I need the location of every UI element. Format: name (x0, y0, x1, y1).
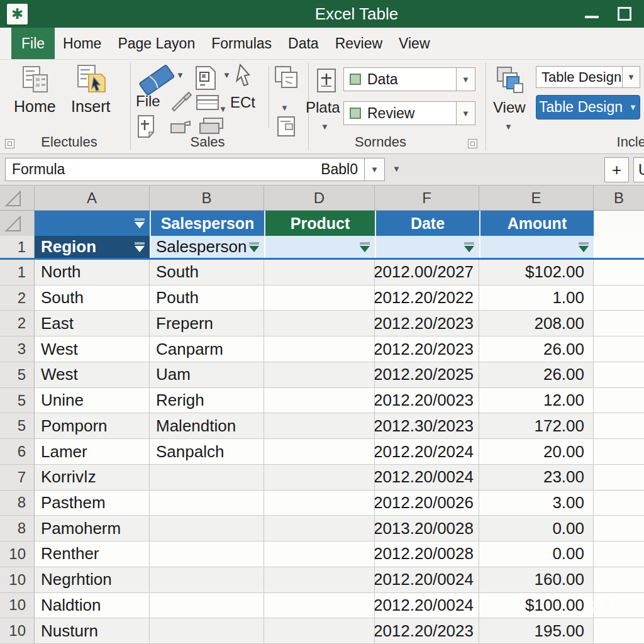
plata-dropdown-arrow[interactable]: ▼ (321, 123, 329, 131)
row-number[interactable]: 5 (0, 388, 35, 413)
dialog-launcher-icon[interactable] (468, 139, 477, 148)
tab-review[interactable]: Review (327, 28, 391, 59)
style-combo-review[interactable]: Review ▼ (343, 101, 475, 125)
cell-product[interactable] (264, 311, 375, 336)
cell-salesperson[interactable] (150, 516, 264, 541)
row-number[interactable]: 2 (0, 286, 35, 311)
cell-amount[interactable]: 0.00 (479, 516, 594, 541)
column-header-1[interactable]: B (150, 186, 264, 210)
cell-extra[interactable] (594, 413, 644, 438)
cell-date[interactable]: 2012.20/0028 (375, 541, 479, 567)
cell-date[interactable]: 2012.20/2023 (375, 311, 479, 336)
dropdown-arrow[interactable]: ▼ (280, 104, 289, 112)
tab-data[interactable]: Data (280, 28, 327, 59)
file-split-button[interactable]: File (136, 92, 160, 110)
page-plus-icon[interactable] (136, 114, 160, 139)
tab-page-layout[interactable]: Page Layon (109, 28, 203, 59)
cell-extra[interactable] (594, 439, 644, 464)
cell-amount[interactable]: 26.00 (479, 336, 594, 362)
header-cell-blank[interactable] (35, 211, 150, 236)
add-button[interactable]: + (604, 157, 629, 182)
cell-product[interactable] (264, 593, 375, 618)
cell-salesperson[interactable]: Uam (150, 362, 264, 387)
filter-icon[interactable] (464, 242, 474, 252)
cell-product[interactable] (264, 336, 375, 362)
row-number[interactable]: 10 (0, 618, 35, 643)
cell-region[interactable]: East (35, 311, 150, 336)
cell-amount[interactable]: 172.00 (479, 413, 594, 438)
stamp-icon[interactable] (169, 118, 194, 135)
cell-amount[interactable]: 20.00 (479, 439, 594, 464)
cell-product[interactable] (264, 516, 375, 541)
cell-salesperson[interactable]: Sanpalch (150, 439, 264, 464)
home-button[interactable]: Home (14, 65, 56, 116)
dropdown-arrow[interactable]: ▼ (219, 105, 227, 113)
cell-extra[interactable] (594, 362, 644, 387)
column-header-2[interactable]: D (264, 186, 375, 210)
cell-amount[interactable]: 195.00 (479, 618, 594, 643)
cell-region[interactable]: West (35, 362, 150, 387)
style-combo-data[interactable]: Data ▼ (343, 67, 475, 91)
cell-date[interactable]: 2012.20/2023 (375, 336, 479, 362)
cell-salesperson[interactable]: Frepern (150, 311, 264, 336)
cell-date[interactable]: 2012.20/0024 (375, 567, 479, 592)
cell-product[interactable] (264, 286, 375, 311)
filter-icon[interactable] (360, 242, 370, 252)
combo-dropdown-arrow[interactable]: ▼ (456, 102, 475, 125)
cell-region[interactable]: North (35, 260, 150, 285)
filter-cell-salesperson[interactable]: Salesperson (150, 236, 264, 258)
cell-salesperson[interactable] (150, 593, 264, 618)
cell-date[interactable]: 2013.20/0028 (375, 516, 479, 541)
view-button[interactable]: View (493, 99, 526, 116)
insert-button[interactable]: Insert (71, 64, 111, 116)
dialog-launcher-icon[interactable] (5, 139, 14, 148)
cell-region[interactable]: Negrhtion (35, 567, 150, 592)
row-number[interactable]: 8 (0, 516, 35, 541)
view-dropdown-arrow[interactable]: ▼ (504, 123, 513, 131)
cell-region[interactable]: Korrivǀz (35, 465, 150, 490)
column-header-0[interactable]: A (35, 186, 150, 210)
header-cell-product[interactable]: Product (264, 211, 375, 236)
cell-date[interactable]: 2012.20/0024 (375, 593, 479, 618)
filter-cell-amount[interactable] (479, 236, 594, 258)
filter-cell-region[interactable]: Region (35, 236, 150, 258)
cell-salesperson[interactable] (150, 541, 264, 567)
cell-salesperson[interactable]: Rerigh (150, 388, 264, 413)
cell-extra[interactable] (594, 311, 644, 336)
formula-input[interactable]: Formula Babl0 ▼ (5, 158, 385, 181)
cell-region[interactable]: West (35, 336, 150, 362)
row-number[interactable]: 6 (0, 439, 35, 464)
plata-icon[interactable] (314, 67, 338, 95)
cell-amount[interactable]: 26.00 (479, 362, 594, 387)
cell-extra[interactable] (594, 541, 644, 567)
cell-salesperson[interactable] (150, 618, 264, 643)
cell-amount[interactable]: 0.00 (479, 541, 594, 567)
cell-product[interactable] (264, 413, 375, 438)
header-cell-date[interactable]: Date (375, 211, 479, 236)
view-icon[interactable] (494, 65, 526, 96)
cell-date[interactable]: 2012.20/0024 (375, 465, 479, 490)
cell-region[interactable]: Naldtion (35, 593, 150, 618)
table-design-combo[interactable]: Table Design ▼ (536, 66, 640, 88)
cell-extra[interactable] (594, 516, 644, 541)
cell-extra[interactable] (594, 465, 644, 490)
filter-icon[interactable] (249, 242, 259, 252)
cell-date[interactable]: 2012.20/2025 (375, 362, 479, 387)
filter-cell-date[interactable] (375, 236, 479, 258)
cell-region[interactable]: Pasthem (35, 491, 150, 516)
cell-extra[interactable] (594, 593, 644, 618)
filter-cell-extra[interactable] (594, 236, 644, 258)
cell-date[interactable]: 2012.20/0026 (375, 491, 479, 516)
cell-region[interactable]: Unine (35, 388, 150, 413)
minimize-button[interactable] (585, 16, 599, 18)
row-number[interactable]: 7 (0, 465, 35, 490)
cell-extra[interactable] (594, 618, 644, 643)
combo-dropdown-arrow[interactable]: ▼ (456, 68, 475, 91)
cursor-icon[interactable] (234, 64, 252, 90)
tab-file[interactable]: File (11, 28, 55, 59)
cell-date[interactable]: 2012.30/2023 (375, 413, 479, 438)
cell-extra[interactable] (594, 388, 644, 413)
cell-amount[interactable]: 208.00 (479, 311, 594, 336)
cell-amount[interactable]: 1.00 (479, 286, 594, 311)
cell-region[interactable]: Pamoherm (35, 516, 150, 541)
